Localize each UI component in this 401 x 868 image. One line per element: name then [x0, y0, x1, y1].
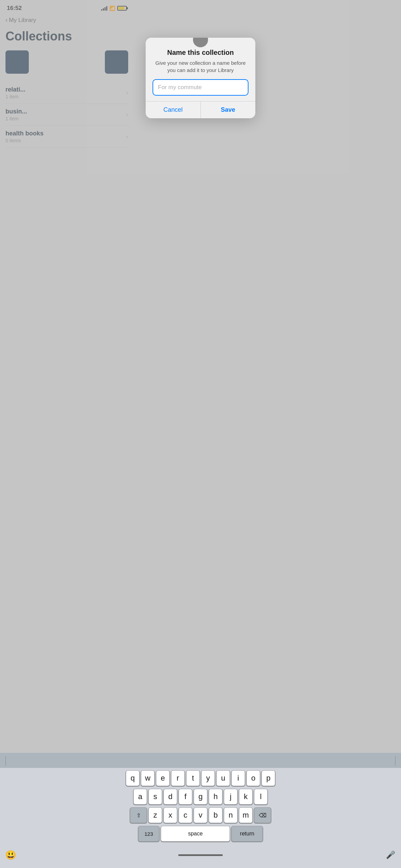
dialog-overlay: Name this collection Give your new colle…	[0, 0, 134, 289]
